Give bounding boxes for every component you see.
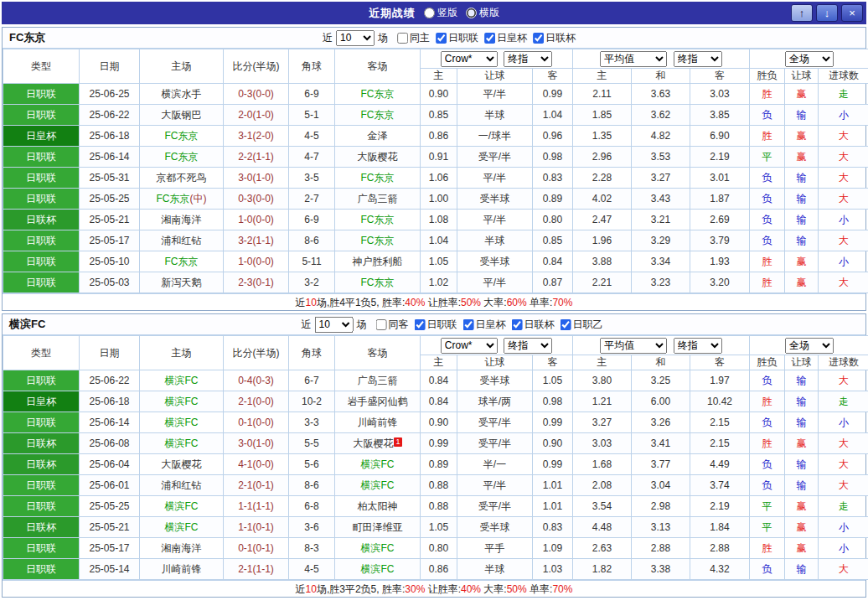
- match-date: 25-06-04: [80, 454, 140, 475]
- checkbox-input[interactable]: [397, 33, 408, 44]
- result-goals: 大: [819, 272, 868, 293]
- home-team: 大阪樱花: [140, 454, 224, 475]
- footer-stat-segment: 10: [306, 583, 317, 595]
- avg-draw-odds: 3.29: [632, 230, 690, 251]
- bookmaker-select[interactable]: Crow*: [441, 338, 498, 354]
- match-row: 日职联25-06-14横滨FC0-1(0-0)3-3川崎前锋0.90受平/半0.…: [3, 412, 868, 433]
- match-row: 日职联25-06-22大阪钢巴2-0(1-0)5-1FC东京0.85半球1.04…: [3, 105, 868, 126]
- checkbox-input[interactable]: [415, 319, 426, 330]
- close-button[interactable]: ×: [841, 4, 863, 22]
- avg-away-odds: 1.87: [690, 189, 750, 210]
- average-select[interactable]: 平均值: [600, 51, 667, 67]
- handicap-line: 平手: [457, 538, 533, 559]
- move-down-button[interactable]: ↓: [816, 4, 838, 22]
- footer-stat-segment: 50%: [461, 297, 481, 308]
- final-score: 0-1(0-0): [224, 412, 289, 433]
- handicap-away-odds: 0.96: [533, 126, 573, 147]
- filter-checkbox[interactable]: 日职联: [415, 318, 457, 332]
- league-badge: 日联杯: [3, 210, 80, 230]
- result-handicap: 赢: [785, 126, 819, 147]
- away-team: 横滨FC: [335, 538, 421, 559]
- home-team: 横滨FC: [140, 517, 224, 538]
- move-up-button[interactable]: ↑: [791, 4, 813, 22]
- result-goals: 走: [819, 391, 868, 412]
- col-home: 主场: [140, 49, 224, 84]
- avg-time-select[interactable]: 终指: [674, 338, 722, 354]
- match-row: 日职联25-05-10FC东京1-0(0-0)5-11神户胜利船1.05受半球0…: [3, 251, 868, 272]
- match-row: 日皇杯25-06-18FC东京3-1(2-0)4-5金泽0.86一/球半0.96…: [3, 126, 868, 147]
- odds-time-select[interactable]: 终指: [504, 51, 552, 67]
- league-badge: 日职联: [3, 412, 80, 433]
- sub-col-home-odds: 主: [421, 355, 457, 370]
- result-wdl: 负: [750, 559, 785, 580]
- page-title: 近期战绩: [369, 6, 416, 21]
- filter-checkbox[interactable]: 日职联: [436, 31, 478, 45]
- home-team: 湘南海洋: [140, 538, 224, 559]
- odds-time-select[interactable]: 终指: [504, 338, 552, 354]
- result-handicap: 赢: [785, 272, 819, 293]
- result-goals: 大: [819, 475, 868, 496]
- handicap-away-odds: 1.04: [533, 105, 573, 126]
- bookmaker-select[interactable]: Crow*: [441, 51, 498, 67]
- close-icon: ×: [849, 7, 855, 19]
- neutral-ground-note: (中): [190, 193, 207, 204]
- checkbox-input[interactable]: [463, 319, 474, 330]
- checkbox-input[interactable]: [484, 33, 495, 44]
- checkbox-input[interactable]: [512, 319, 523, 330]
- avg-home-odds: 2.47: [573, 210, 632, 230]
- final-score: 3-0(1-0): [224, 433, 289, 454]
- checkbox-input[interactable]: [376, 319, 387, 330]
- handicap-away-odds: 1.03: [533, 559, 573, 580]
- avg-draw-odds: 3.63: [632, 84, 690, 105]
- home-team: 横滨FC: [140, 433, 224, 454]
- corner-score: 8-3: [289, 538, 335, 559]
- avg-draw-odds: 2.98: [632, 496, 690, 517]
- handicap-line: 受半球: [457, 189, 533, 210]
- handicap-home-odds: 0.88: [421, 496, 457, 517]
- handicap-line: 平/半: [457, 210, 533, 230]
- filter-checkbox[interactable]: 同客: [376, 318, 409, 332]
- home-team: 横滨FC: [140, 370, 224, 391]
- result-goals: 大: [819, 147, 868, 168]
- away-team: FC东京: [335, 230, 421, 251]
- titlebar-center: 近期战绩 竖版 横版: [369, 6, 499, 21]
- col-away: 客场: [335, 336, 421, 370]
- result-wdl: 平: [750, 496, 785, 517]
- away-team: FC东京: [335, 168, 421, 189]
- filter-checkbox[interactable]: 日职乙: [561, 318, 603, 332]
- match-count-select[interactable]: 10: [336, 30, 375, 46]
- filter-checkbox[interactable]: 日皇杯: [463, 318, 506, 332]
- filter-checkbox[interactable]: 日联杯: [533, 31, 576, 45]
- final-score: 2-1(1-1): [224, 559, 289, 580]
- avg-home-odds: 2.96: [573, 147, 632, 168]
- scope-select[interactable]: 全场: [785, 338, 834, 354]
- avg-time-select[interactable]: 终指: [674, 51, 722, 67]
- away-team: 町田泽维亚: [335, 517, 421, 538]
- result-handicap: 输: [785, 454, 819, 475]
- horizontal-radio[interactable]: [466, 8, 477, 18]
- vertical-radio[interactable]: [424, 8, 435, 18]
- handicap-home-odds: 1.04: [421, 230, 457, 251]
- footer-stat-segment: 大率:: [481, 297, 507, 308]
- view-option-vertical[interactable]: 竖版: [424, 6, 457, 20]
- avg-draw-odds: 3.43: [632, 189, 690, 210]
- checkbox-input[interactable]: [436, 33, 447, 44]
- match-count-select[interactable]: 10: [315, 317, 354, 333]
- checkbox-input[interactable]: [561, 319, 571, 330]
- average-select[interactable]: 平均值: [600, 338, 667, 354]
- red-card-badge: 1: [394, 437, 401, 447]
- filter-checkbox[interactable]: 日联杯: [512, 318, 555, 332]
- filter-checkbox[interactable]: 日皇杯: [484, 31, 527, 45]
- handicap-home-odds: 1.08: [421, 210, 457, 230]
- result-handicap: 输: [785, 189, 819, 210]
- corner-score: 5-1: [289, 105, 335, 126]
- col-corner: 角球: [289, 336, 335, 370]
- view-option-horizontal[interactable]: 横版: [466, 6, 499, 20]
- home-team: 浦和红钻: [140, 230, 224, 251]
- filter-checkbox[interactable]: 同主: [397, 31, 430, 45]
- result-wdl: 负: [750, 475, 785, 496]
- final-score: 3-1(2-0): [224, 126, 289, 147]
- checkbox-input[interactable]: [533, 33, 544, 44]
- scope-select[interactable]: 全场: [785, 51, 834, 67]
- match-date: 25-06-18: [80, 391, 140, 412]
